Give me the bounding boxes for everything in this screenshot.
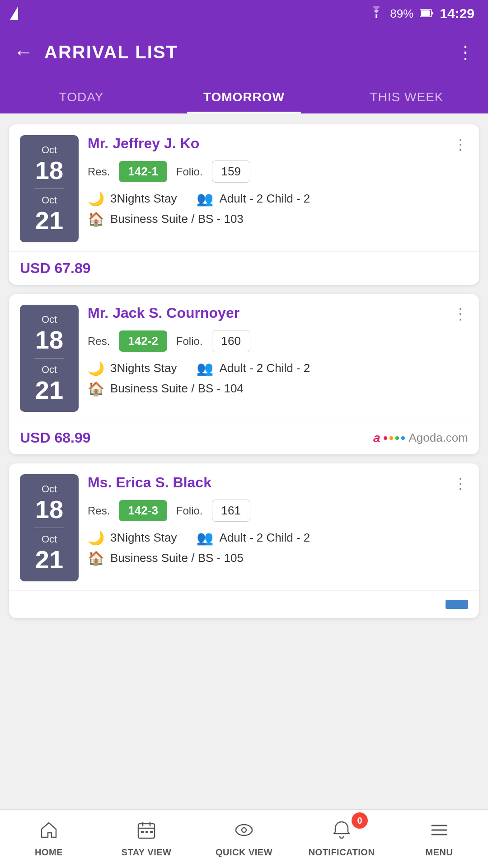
folio-label-2: Folio. — [176, 335, 203, 348]
notification-label: NOTIFICATION — [309, 847, 375, 858]
home-icon — [39, 820, 59, 844]
date-divider — [34, 189, 64, 189]
room-2: Business Suite / BS - 104 — [110, 382, 244, 396]
arrival-card-3: Oct 18 Oct 21 Ms. Erica S. Black ⋮ Res. … — [9, 463, 479, 618]
agoda-dots — [384, 436, 405, 440]
source-logo-partial — [446, 600, 468, 609]
nav-quick-view[interactable]: QUICK VIEW — [195, 810, 293, 868]
home-label: HOME — [35, 847, 63, 858]
arrivals-list: Oct 18 Oct 21 Mr. Jeffrey J. Ko ⋮ Res. 1… — [0, 113, 488, 629]
guests-icon-1: 👥 — [197, 191, 213, 207]
bottom-navigation: HOME STAY VIEW QUICK VIEW — [0, 809, 488, 868]
nights-stay-2: 3Nights Stay — [110, 361, 177, 375]
card-footer-1: USD 67.89 — [9, 251, 479, 285]
card-info-1: Mr. Jeffrey J. Ko ⋮ Res. 142-1 Folio. 15… — [88, 135, 468, 242]
nav-notification[interactable]: 0 NOTIFICATION — [293, 810, 390, 868]
menu-label: MENU — [426, 847, 453, 858]
status-bar: 89% 14:29 — [0, 0, 488, 27]
tab-tomorrow[interactable]: TOMORROW — [163, 77, 325, 113]
res-label-1: Res. — [88, 165, 110, 178]
nav-stay-view[interactable]: STAY VIEW — [98, 810, 195, 868]
price-1: USD 67.89 — [20, 260, 91, 277]
folio-number-3: 161 — [212, 500, 250, 522]
guest-name-1: Mr. Jeffrey J. Ko — [88, 135, 199, 152]
page-title: ARRIVAL LIST — [44, 42, 456, 62]
res-number-3: 142-3 — [119, 500, 167, 521]
guest-name-3: Ms. Erica S. Black — [88, 474, 211, 491]
res-label-3: Res. — [88, 505, 110, 517]
room-3: Business Suite / BS - 105 — [110, 551, 244, 565]
arrival-card-2: Oct 18 Oct 21 Mr. Jack S. Cournoyer ⋮ Re… — [9, 294, 479, 454]
date-divider-3 — [34, 528, 64, 528]
guests-2: Adult - 2 Child - 2 — [219, 361, 310, 375]
folio-label-3: Folio. — [176, 505, 203, 517]
wifi-icon — [369, 6, 384, 21]
room-1: Business Suite / BS - 103 — [110, 212, 244, 226]
folio-number-1: 159 — [212, 160, 250, 183]
nights-icon-2: 🌙 — [88, 360, 104, 376]
nights-stay-1: 3Nights Stay — [110, 192, 177, 206]
date-block-3: Oct 18 Oct 21 — [20, 474, 79, 581]
quick-view-label: QUICK VIEW — [216, 847, 272, 858]
svg-rect-8 — [141, 831, 144, 833]
room-icon-3: 🏠 — [88, 550, 104, 566]
back-button[interactable]: ← — [14, 41, 33, 63]
nav-menu[interactable]: MENU — [390, 810, 488, 868]
card-more-button-2[interactable]: ⋮ — [453, 305, 468, 323]
eye-icon — [234, 820, 254, 844]
card-more-button-3[interactable]: ⋮ — [453, 474, 468, 492]
date-block-1: Oct 18 Oct 21 — [20, 135, 79, 242]
time-display: 14:29 — [440, 6, 474, 21]
res-number-1: 142-1 — [119, 161, 167, 182]
notification-badge: 0 — [352, 812, 368, 829]
battery-percentage: 89% — [390, 7, 413, 21]
svg-rect-3 — [432, 12, 433, 14]
nights-icon-1: 🌙 — [88, 191, 104, 207]
tab-this-week[interactable]: THIS WEEK — [325, 77, 488, 113]
folio-number-2: 160 — [212, 330, 250, 352]
svg-point-0 — [375, 16, 377, 18]
nights-stay-3: 3Nights Stay — [110, 531, 177, 545]
guests-3: Adult - 2 Child - 2 — [219, 531, 310, 545]
svg-rect-2 — [421, 10, 430, 16]
signal-icon — [10, 6, 18, 20]
guests-icon-3: 👥 — [197, 530, 213, 546]
agoda-name: Agoda.com — [408, 431, 468, 445]
room-icon-1: 🏠 — [88, 211, 104, 227]
folio-label-1: Folio. — [176, 165, 203, 178]
card-info-3: Ms. Erica S. Black ⋮ Res. 142-3 Folio. 1… — [88, 474, 468, 581]
menu-icon — [429, 820, 449, 844]
tab-bar: TODAY TOMORROW THIS WEEK — [0, 77, 488, 113]
tab-today[interactable]: TODAY — [0, 77, 163, 113]
card-more-button-1[interactable]: ⋮ — [453, 135, 468, 153]
price-2: USD 68.99 — [20, 429, 91, 446]
agoda-a-letter: a — [373, 431, 380, 445]
res-number-2: 142-2 — [119, 330, 167, 352]
svg-point-12 — [242, 828, 246, 832]
date-divider-2 — [34, 358, 64, 359]
calendar-icon — [136, 820, 156, 844]
battery-icon — [420, 7, 433, 21]
svg-rect-10 — [150, 831, 153, 833]
svg-point-11 — [236, 825, 252, 835]
arrival-card-1: Oct 18 Oct 21 Mr. Jeffrey J. Ko ⋮ Res. 1… — [9, 124, 479, 285]
guests-1: Adult - 2 Child - 2 — [219, 192, 310, 206]
card-footer-2: USD 68.99 a Agoda.com — [9, 421, 479, 454]
nights-icon-3: 🌙 — [88, 530, 104, 546]
res-label-2: Res. — [88, 335, 110, 348]
stay-view-label: STAY VIEW — [122, 847, 172, 858]
bell-icon — [332, 820, 352, 844]
nav-home[interactable]: HOME — [0, 810, 98, 868]
date-block-2: Oct 18 Oct 21 — [20, 305, 79, 412]
guests-icon-2: 👥 — [197, 360, 213, 376]
source-agoda: a Agoda.com — [373, 431, 468, 445]
room-icon-2: 🏠 — [88, 381, 104, 396]
more-options-button[interactable]: ⋮ — [456, 42, 474, 62]
header: ← ARRIVAL LIST ⋮ — [0, 27, 488, 77]
guest-name-2: Mr. Jack S. Cournoyer — [88, 305, 239, 321]
card-info-2: Mr. Jack S. Cournoyer ⋮ Res. 142-2 Folio… — [88, 305, 468, 412]
svg-rect-9 — [145, 831, 148, 833]
